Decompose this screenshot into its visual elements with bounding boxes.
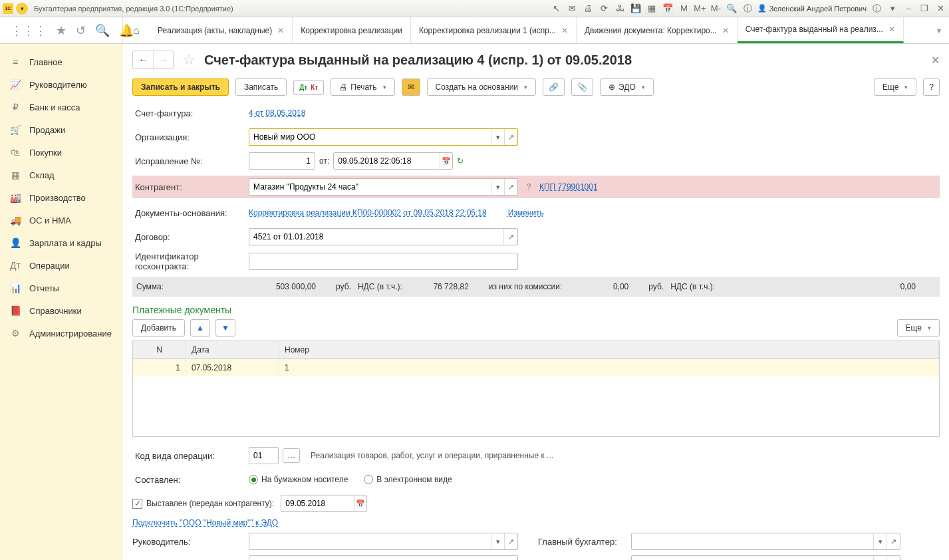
dtct-button[interactable]: ДтКт — [293, 80, 324, 95]
calendar-icon[interactable]: 📅 — [440, 153, 453, 169]
sidebar-item-purchases[interactable]: 🛍Покупки — [0, 141, 123, 164]
help-button[interactable]: ? — [923, 78, 940, 96]
app-dropdown-icon[interactable]: ▾ — [16, 3, 28, 15]
dropdown-icon[interactable]: ▾ — [886, 3, 898, 15]
close-page-button[interactable]: ✕ — [931, 54, 940, 67]
counterparty-input[interactable] — [249, 179, 491, 195]
correction-date-input[interactable] — [334, 153, 439, 169]
tab-realization[interactable]: Реализация (акты, накладные) ✕ — [150, 17, 293, 43]
server-icon[interactable]: 🖧 — [614, 3, 626, 15]
attach-button[interactable]: 📎 — [571, 78, 593, 96]
dropdown-icon[interactable]: ▾ — [491, 129, 504, 145]
sidebar-item-hr[interactable]: 👤Зарплата и кадры — [0, 231, 123, 254]
tab-correction-1[interactable]: Корректировка реализации 1 (испр... ✕ — [411, 17, 577, 43]
th-number[interactable]: Номер — [279, 341, 939, 358]
favorite-button[interactable]: ☆ — [182, 51, 196, 69]
save-button[interactable]: Записать — [235, 78, 287, 96]
issued-date-input[interactable] — [281, 495, 354, 511]
basis-link[interactable]: Корректировка реализации КП00-000002 от … — [249, 208, 487, 217]
refresh-icon[interactable]: ⟳ — [598, 3, 610, 15]
tab-invoice-issued[interactable]: Счет-фактура выданный на реализ... ✕ — [738, 17, 904, 43]
print-icon[interactable]: 🖨 — [582, 3, 594, 15]
close-icon[interactable]: ✕ — [277, 26, 284, 35]
link-button[interactable]: 🔗 — [543, 78, 565, 96]
home-button[interactable]: ⌂ — [123, 17, 150, 43]
memory-mp[interactable]: M+ — [694, 3, 706, 15]
table-row[interactable]: 1 07.05.2018 1 — [133, 359, 939, 376]
sidebar-item-bank[interactable]: ₽Банк и касса — [0, 96, 123, 118]
sidebar-item-production[interactable]: 🏭Производство — [0, 186, 123, 209]
grid-icon[interactable]: ▦ — [646, 3, 658, 15]
save-db-icon[interactable]: 💾 — [630, 3, 642, 15]
zoom-icon[interactable]: 🔍 — [726, 3, 738, 15]
tab-correction[interactable]: Корректировка реализации — [293, 17, 411, 43]
minimize-icon[interactable]: – — [902, 3, 914, 15]
director-input[interactable] — [249, 533, 491, 549]
sidebar-item-warehouse[interactable]: ▦Склад — [0, 164, 123, 186]
save-close-button[interactable]: Записать и закрыть — [132, 78, 229, 96]
sidebar-item-main[interactable]: ≡Главное — [0, 51, 123, 73]
sidebar-item-operations[interactable]: ДтОперации — [0, 254, 123, 277]
help-status-icon[interactable]: ⓘ — [871, 3, 882, 15]
question-icon[interactable]: ? — [522, 182, 535, 192]
more-button[interactable]: Еще — [874, 78, 916, 96]
invoice-link[interactable]: 4 от 08.05.2018 — [249, 108, 305, 118]
sidebar-item-reports[interactable]: 📊Отчеты — [0, 277, 123, 299]
open-icon[interactable]: ↗ — [886, 556, 900, 560]
mail-icon[interactable]: ✉ — [566, 3, 578, 15]
create-based-button[interactable]: Создать на основании — [427, 78, 537, 96]
change-link[interactable]: Изменить — [508, 208, 544, 217]
open-icon[interactable]: ↗ — [504, 129, 517, 145]
sidebar-item-references[interactable]: 📕Справочники — [0, 299, 123, 322]
edo-connect-link[interactable]: Подключить "ООО "Новый мир"" к ЭДО — [132, 518, 278, 527]
correction-number-input[interactable] — [249, 153, 315, 169]
back-button[interactable]: ← — [133, 51, 153, 69]
radio-paper[interactable]: На бумажном носителе — [249, 475, 348, 484]
radio-electronic[interactable]: В электронном виде — [364, 475, 452, 484]
edo-button[interactable]: ⊕ЭДО — [600, 78, 654, 96]
close-icon[interactable]: ✕ — [888, 25, 895, 34]
payments-more-button[interactable]: Еще — [897, 319, 940, 337]
contract-input[interactable] — [249, 229, 503, 245]
star-icon[interactable]: ★ — [56, 23, 67, 38]
sidebar-item-assets[interactable]: 🚚ОС и НМА — [0, 209, 123, 231]
dropdown-icon[interactable]: ▾ — [491, 179, 504, 195]
organization-input[interactable] — [249, 129, 491, 145]
dropdown-icon[interactable]: ▾ — [873, 533, 886, 549]
info-icon[interactable]: ⓘ — [742, 3, 753, 15]
sidebar-item-admin[interactable]: ⚙Администрирование — [0, 322, 123, 345]
move-down-button[interactable]: ▼ — [215, 319, 235, 337]
sidebar-item-manager[interactable]: 📈Руководителю — [0, 73, 123, 96]
open-icon[interactable]: ↗ — [504, 179, 517, 195]
kpp-link[interactable]: КПП 779901001 — [539, 182, 598, 192]
apps-icon[interactable]: ⋮⋮⋮ — [11, 23, 47, 38]
memory-mm[interactable]: M- — [710, 3, 722, 15]
close-icon[interactable]: ✕ — [561, 26, 568, 35]
responsible-input[interactable] — [632, 556, 873, 560]
close-window-icon[interactable]: ✕ — [934, 3, 946, 15]
opcode-input[interactable] — [249, 448, 278, 464]
dropdown-icon[interactable]: ▾ — [873, 556, 886, 560]
dropdown-icon[interactable]: ▾ — [491, 533, 504, 549]
open-icon[interactable]: ↗ — [504, 533, 517, 549]
gov-id-input[interactable] — [249, 253, 517, 269]
move-up-button[interactable]: ▲ — [190, 319, 210, 337]
th-date[interactable]: Дата — [186, 341, 279, 358]
accountant-input[interactable] — [632, 533, 873, 549]
comment-input[interactable] — [249, 556, 517, 560]
user-badge[interactable]: 👤 Зеленский Андрей Петрович — [757, 4, 867, 13]
forward-button[interactable]: → — [153, 51, 173, 69]
refresh-date-icon[interactable]: ↻ — [457, 156, 464, 166]
add-button[interactable]: Добавить — [132, 319, 185, 337]
open-icon[interactable]: ↗ — [503, 229, 517, 245]
history-icon[interactable]: ↺ — [76, 23, 86, 38]
opcode-select-button[interactable]: … — [283, 448, 300, 463]
th-n[interactable]: N — [133, 341, 186, 358]
tab-maximize-button[interactable]: ▾ — [929, 17, 949, 43]
calendar-icon[interactable]: 📅 — [662, 3, 674, 15]
memory-m[interactable]: M — [678, 3, 690, 15]
mail-button[interactable]: ✉ — [402, 78, 420, 96]
issued-checkbox[interactable]: ✓ — [132, 499, 142, 509]
close-icon[interactable]: ✕ — [722, 26, 729, 35]
maximize-icon[interactable]: ❐ — [918, 3, 930, 15]
